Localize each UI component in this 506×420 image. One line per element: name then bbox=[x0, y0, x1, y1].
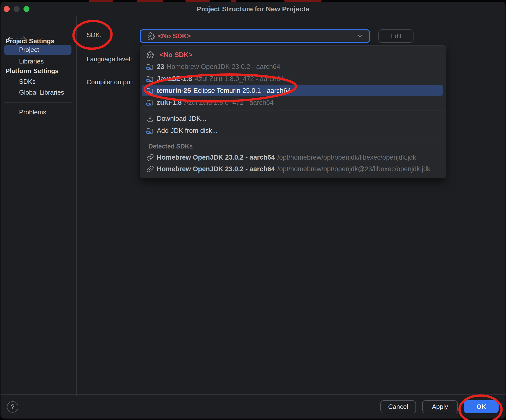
sidebar: Project Settings Project Libraries Platf… bbox=[0, 16, 77, 396]
sidebar-item-global-libraries[interactable]: Global Libraries bbox=[19, 89, 64, 96]
sdk-option-temurin-25[interactable]: temurin-25 Eclipse Temurin 25.0.1 - aarc… bbox=[140, 85, 446, 97]
download-jdk-item[interactable]: Download JDK... bbox=[140, 113, 446, 125]
project-structure-dialog: Project Structure for New Projects Proje… bbox=[0, 2, 506, 419]
footer-divider bbox=[0, 394, 506, 395]
screenshot-artifact bbox=[89, 0, 113, 2]
screenshot-artifact bbox=[185, 0, 210, 2]
sidebar-item-project[interactable]: Project bbox=[4, 45, 71, 55]
detected-sdk-item[interactable]: Homebrew OpenJDK 23.0.2 - aarch64 /opt/h… bbox=[140, 151, 446, 163]
sdk-combobox[interactable]: ? <No SDK> bbox=[140, 29, 370, 43]
sidebar-header-project-settings: Project Settings bbox=[5, 37, 54, 45]
titlebar: Project Structure for New Projects bbox=[0, 2, 506, 16]
detected-sdks-header: Detected SDKs bbox=[148, 140, 193, 152]
screenshot-artifact bbox=[231, 0, 236, 2]
sdk-option-zulu-18[interactable]: zulu-1.8 Azul Zulu 1.8.0_472 - aarch64 bbox=[140, 97, 446, 108]
unknown-sdk-puzzle-icon: ? bbox=[146, 51, 154, 59]
sdk-option-23[interactable]: 23 Homebrew OpenJDK 23.0.2 - aarch64 bbox=[140, 61, 446, 73]
sidebar-item-sdks[interactable]: SDKs bbox=[19, 78, 35, 85]
svg-text:?: ? bbox=[150, 34, 152, 38]
apply-button[interactable]: Apply bbox=[422, 400, 458, 413]
sidebar-item-problems[interactable]: Problems bbox=[19, 108, 46, 116]
sidebar-header-platform-settings: Platform Settings bbox=[5, 67, 59, 75]
sdk-combobox-value: <No SDK> bbox=[158, 32, 357, 40]
menu-separator bbox=[140, 110, 446, 110]
cancel-button[interactable]: Cancel bbox=[380, 400, 416, 413]
unknown-sdk-puzzle-icon: ? bbox=[146, 32, 155, 41]
screenshot-stage: Project Structure for New Projects Proje… bbox=[0, 0, 506, 420]
edit-button[interactable]: Edit bbox=[378, 29, 414, 43]
sdk-dropdown-popup: ? <No SDK> 23 Homebrew OpenJDK 23.0.2 - … bbox=[140, 45, 446, 178]
svg-text:?: ? bbox=[149, 53, 151, 57]
jdk-icon bbox=[146, 75, 154, 83]
language-level-label: Language level: bbox=[87, 55, 132, 63]
detected-sdk-item[interactable]: Homebrew OpenJDK 23.0.2 - aarch64 /opt/h… bbox=[140, 163, 446, 175]
sidebar-divider bbox=[4, 102, 72, 103]
window-title: Project Structure for New Projects bbox=[0, 5, 506, 13]
chevron-down-icon bbox=[357, 32, 364, 40]
link-icon bbox=[146, 165, 154, 173]
jdk-icon bbox=[146, 63, 154, 71]
sidebar-item-libraries[interactable]: Libraries bbox=[19, 58, 44, 65]
sdk-label: SDK: bbox=[87, 31, 102, 39]
download-icon bbox=[146, 114, 154, 123]
screenshot-artifact bbox=[284, 0, 322, 2]
compiler-output-label: Compiler output: bbox=[87, 78, 134, 86]
jdk-icon bbox=[146, 98, 154, 107]
screenshot-artifact bbox=[137, 0, 163, 2]
add-jdk-from-disk-item[interactable]: Add JDK from disk... bbox=[140, 125, 446, 137]
jdk-icon bbox=[146, 86, 154, 95]
link-icon bbox=[146, 153, 154, 162]
sdk-option-javase-18[interactable]: JavaSE-1.8 Azul Zulu 1.8.0_472 - aarch64 bbox=[140, 73, 446, 85]
menu-separator bbox=[140, 139, 446, 139]
ok-button[interactable]: OK bbox=[464, 400, 499, 413]
sdk-option-no-sdk[interactable]: ? <No SDK> bbox=[140, 49, 446, 61]
help-button[interactable]: ? bbox=[7, 401, 18, 413]
jdk-icon bbox=[146, 126, 154, 135]
